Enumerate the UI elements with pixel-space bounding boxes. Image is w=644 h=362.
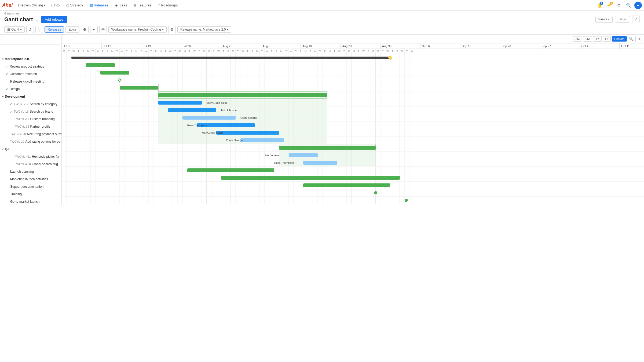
day-cell: F [129, 49, 134, 54]
filter-button[interactable]: ▼ [90, 26, 98, 33]
releases-filter-button[interactable]: Releases [45, 26, 64, 33]
gantt-bar[interactable] [168, 108, 216, 112]
epics-filter-button[interactable]: Epics [65, 26, 79, 33]
gantt-bar[interactable] [221, 176, 400, 180]
custom-button[interactable]: Custom [612, 36, 627, 42]
day-cell: F [178, 49, 182, 54]
sidebar-item-design[interactable]: ✓ Design [0, 85, 61, 93]
sidebar-item-customer[interactable]: ✓ Customer research [0, 70, 61, 78]
activity-button[interactable]: ⚡ 1 [605, 2, 613, 9]
chevron-icon: ▾ [608, 17, 610, 21]
redo-button[interactable]: ↻ [35, 26, 43, 33]
sidebar-item-support[interactable]: Support documentation [0, 183, 61, 190]
search-button[interactable]: 🔍 [625, 2, 632, 9]
workspace-dropdown[interactable]: Fredwin Cycling ▾ [16, 2, 47, 8]
1y-button[interactable]: 1Y [593, 36, 601, 42]
views-button[interactable]: Views ▾ [595, 16, 613, 23]
sidebar-item-kickoff[interactable]: Release kickoff meeting [0, 78, 61, 85]
sidebar-item-fwcyl460[interactable]: FWCYL-460 Global search bug [0, 160, 61, 168]
day-cell: M [231, 49, 236, 54]
sidebar-item-goto[interactable]: Go-to-market launch [0, 198, 61, 205]
notifications-button[interactable]: 🔔 1 [596, 2, 603, 9]
month-cell: Aug 23 [341, 43, 381, 49]
eye-button[interactable]: 👁 [99, 26, 107, 33]
month-cell: Aug 30 [380, 43, 420, 49]
add-release-button[interactable]: Add release [41, 16, 67, 23]
gantt-bar[interactable] [240, 138, 284, 142]
sidebar-item-fwcyl15[interactable]: FWCYL-15 Partner profile [0, 123, 61, 130]
sidebar-item-marketplace[interactable]: ▾ Marketplace 2.0 [0, 55, 61, 63]
gantt-bar[interactable] [303, 183, 390, 187]
gantt-bar[interactable] [303, 161, 337, 165]
gantt-bar[interactable] [158, 93, 327, 97]
day-cell: M [327, 49, 332, 54]
star-icon[interactable]: ☆ [35, 17, 39, 22]
day-cell: T [380, 49, 385, 54]
3m-button[interactable]: 3M [573, 36, 582, 42]
gantt-bar[interactable] [182, 116, 236, 120]
add-button[interactable]: + [634, 2, 642, 9]
day-cell: W [216, 49, 221, 54]
day-cell: W [313, 49, 318, 54]
day-cell: W [289, 49, 294, 54]
strategy-icon: ◎ [66, 3, 69, 7]
sidebar-item-review[interactable]: ✓ Review product strategy [0, 63, 61, 70]
workspace-filter-settings[interactable]: ⚙ [168, 26, 176, 33]
gantt-view-button[interactable]: ▦ Gantt ▾ [4, 26, 25, 33]
6m-button[interactable]: 6M [583, 36, 592, 42]
settings-icon-button[interactable]: ⚙ [81, 26, 89, 33]
gantt-row [62, 84, 644, 91]
zoom-in-button[interactable]: ⊕ [635, 36, 642, 42]
gantt-bar[interactable] [289, 153, 318, 157]
sub-header: Gantt chart Gantt chart ☆ Add release Vi… [0, 11, 644, 35]
gantt-bar[interactable] [120, 86, 158, 90]
undo-button[interactable]: ↺ [26, 26, 34, 33]
save-button[interactable]: Save [615, 16, 630, 23]
sidebar-item-qa[interactable]: ▾ QA [0, 145, 61, 153]
sidebar-item-fwcyl16[interactable]: ✓ FWCYL-16 Search by brand [0, 108, 61, 115]
settings-button[interactable]: ⚙ [615, 2, 623, 9]
gantt-bar[interactable] [187, 168, 274, 172]
nav-info[interactable]: ℹ Info [49, 2, 62, 8]
zoom-out-button[interactable]: 🔍 [628, 36, 634, 42]
share-button[interactable]: ⤢ [632, 16, 640, 23]
day-cell: T [76, 49, 81, 54]
day-cell: W [120, 49, 125, 54]
workspace-filter-dropdown[interactable]: Workspace name: Fredwin Cycling ▾ [108, 26, 167, 33]
sidebar-item-marketing[interactable]: Marketing launch activities [0, 175, 61, 183]
page-title: Gantt chart [4, 16, 33, 23]
day-cell: W [144, 49, 149, 54]
gantt-bar[interactable] [100, 71, 129, 75]
day-cell: T [221, 49, 226, 54]
sidebar-item-fwcyl461[interactable]: FWCYL-461 Hex code picker fix [0, 153, 61, 160]
gantt-bar[interactable] [279, 146, 376, 150]
day-cell: M [134, 49, 139, 54]
nav-roadmaps[interactable]: ≡ Roadmaps [155, 2, 180, 8]
nav-releases[interactable]: ▦ Releases [87, 2, 111, 8]
day-cell: T [366, 49, 371, 54]
day-cell: T [173, 49, 178, 54]
fit-button[interactable]: Fit [603, 36, 611, 42]
nav-strategy[interactable]: ◎ Strategy [63, 2, 86, 8]
sidebar-item-fwcyl11[interactable]: FWCYL-11 Custom branding [0, 115, 61, 123]
roadmaps-icon: ≡ [158, 3, 160, 7]
day-cell: T [318, 49, 323, 54]
gantt-bar[interactable] [216, 131, 279, 135]
sidebar-item-launch[interactable]: Launch planning [0, 168, 61, 175]
nav-ideas[interactable]: ◈ Ideas [112, 2, 130, 8]
sidebar-item-training[interactable]: Training [0, 190, 61, 198]
gantt-bar[interactable] [158, 101, 202, 105]
day-cell: T [211, 49, 216, 54]
release-filter-dropdown[interactable]: Release name: Marketplace 2.0 ▾ [177, 26, 231, 33]
sidebar-item-fwcyl120[interactable]: FWCYL-120 Recurring payment subscri... [0, 130, 61, 138]
gantt-row: Erik Johnson [62, 106, 644, 114]
sidebar-item-fwcyl10[interactable]: FWCYL-10 Add rating options for partn... [0, 138, 61, 145]
day-cell: T [245, 49, 250, 54]
sidebar-item-development[interactable]: ▾ Development [0, 93, 61, 100]
gantt-chart-area[interactable]: 3M 6M 1Y Fit Custom 🔍 ⊕ Jul 5Jul 12Jul 1… [62, 35, 644, 205]
sidebar-item-fwcyl17[interactable]: ✓ FWCYL-17 Search by category [0, 100, 61, 108]
nav-features[interactable]: ⊞ Features [131, 2, 154, 8]
month-cell: Oct 4 [580, 43, 620, 49]
breadcrumb: Gantt chart [4, 12, 640, 15]
gantt-bar[interactable] [86, 63, 115, 67]
